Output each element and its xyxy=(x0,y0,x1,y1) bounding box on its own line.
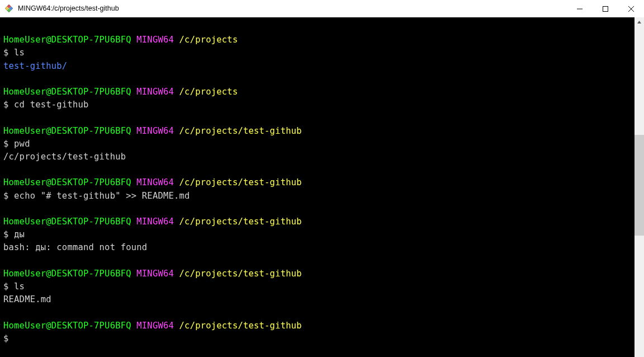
prompt-path: /c/projects/test-github xyxy=(179,177,302,187)
svg-rect-6 xyxy=(603,6,608,11)
command-line: $ cd test-github xyxy=(3,98,631,111)
blank-line xyxy=(3,255,631,267)
prompt-user-host: HomeUser@DESKTOP-7PU6BFQ xyxy=(3,217,136,227)
terminal-container: HomeUser@DESKTOP-7PU6BFQ MINGW64 /c/proj… xyxy=(0,17,644,357)
command-line: $ echo "# test-github" >> README.md xyxy=(3,190,631,203)
blank-line xyxy=(3,163,631,176)
prompt-user-host: HomeUser@DESKTOP-7PU6BFQ xyxy=(3,269,136,279)
prompt-line: HomeUser@DESKTOP-7PU6BFQ MINGW64 /c/proj… xyxy=(3,267,631,280)
prompt-sys: MINGW64 xyxy=(136,87,179,97)
command-line: $ xyxy=(3,332,631,345)
prompt-path: /c/projects/test-github xyxy=(179,217,302,227)
prompt-path: /c/projects xyxy=(179,35,238,45)
output-line: test-github/ xyxy=(3,60,631,73)
vertical-scrollbar[interactable] xyxy=(634,17,644,357)
maximize-button[interactable] xyxy=(593,0,618,17)
app-icon xyxy=(4,4,13,13)
prompt-user-host: HomeUser@DESKTOP-7PU6BFQ xyxy=(3,126,136,136)
prompt-sys: MINGW64 xyxy=(136,269,179,279)
prompt-line: HomeUser@DESKTOP-7PU6BFQ MINGW64 /c/proj… xyxy=(3,86,631,98)
output-line: /c/projects/test-github xyxy=(3,151,631,163)
minimize-button[interactable] xyxy=(567,0,593,17)
prompt-sys: MINGW64 xyxy=(136,321,179,331)
output-line: bash: ды: command not found xyxy=(3,241,631,254)
prompt-path: /c/projects/test-github xyxy=(179,321,302,331)
prompt-sys: MINGW64 xyxy=(136,217,179,227)
window-controls xyxy=(567,0,644,17)
prompt-path: /c/projects/test-github xyxy=(179,269,302,279)
prompt-line: HomeUser@DESKTOP-7PU6BFQ MINGW64 /c/proj… xyxy=(3,34,631,46)
prompt-path: /c/projects/test-github xyxy=(179,126,302,136)
prompt-user-host: HomeUser@DESKTOP-7PU6BFQ xyxy=(3,321,136,331)
prompt-sys: MINGW64 xyxy=(136,177,179,187)
blank-line xyxy=(3,111,631,124)
prompt-sys: MINGW64 xyxy=(136,126,179,136)
terminal-output[interactable]: HomeUser@DESKTOP-7PU6BFQ MINGW64 /c/proj… xyxy=(0,17,634,357)
prompt-path: /c/projects xyxy=(179,87,238,97)
blank-line xyxy=(3,203,631,215)
prompt-line: HomeUser@DESKTOP-7PU6BFQ MINGW64 /c/proj… xyxy=(3,215,631,228)
prompt-line: HomeUser@DESKTOP-7PU6BFQ MINGW64 /c/proj… xyxy=(3,320,631,332)
command-line: $ ды xyxy=(3,228,631,241)
command-line: $ ls xyxy=(3,46,631,59)
close-button[interactable] xyxy=(618,0,644,17)
prompt-user-host: HomeUser@DESKTOP-7PU6BFQ xyxy=(3,177,136,187)
scrollbar-thumb[interactable] xyxy=(634,135,644,236)
command-line: $ ls xyxy=(3,280,631,293)
svg-marker-9 xyxy=(637,21,641,24)
prompt-user-host: HomeUser@DESKTOP-7PU6BFQ xyxy=(3,35,136,45)
blank-line xyxy=(3,306,631,319)
prompt-line: HomeUser@DESKTOP-7PU6BFQ MINGW64 /c/proj… xyxy=(3,125,631,138)
prompt-sys: MINGW64 xyxy=(136,35,179,45)
command-line: $ pwd xyxy=(3,138,631,151)
window-title: MINGW64:/c/projects/test-github xyxy=(18,4,567,12)
blank-line xyxy=(3,73,631,86)
blank-line xyxy=(3,21,631,34)
scroll-up-arrow-icon[interactable] xyxy=(634,17,644,27)
window-titlebar: MINGW64:/c/projects/test-github xyxy=(0,0,644,17)
output-line: README.md xyxy=(3,293,631,306)
prompt-line: HomeUser@DESKTOP-7PU6BFQ MINGW64 /c/proj… xyxy=(3,176,631,189)
prompt-user-host: HomeUser@DESKTOP-7PU6BFQ xyxy=(3,87,136,97)
